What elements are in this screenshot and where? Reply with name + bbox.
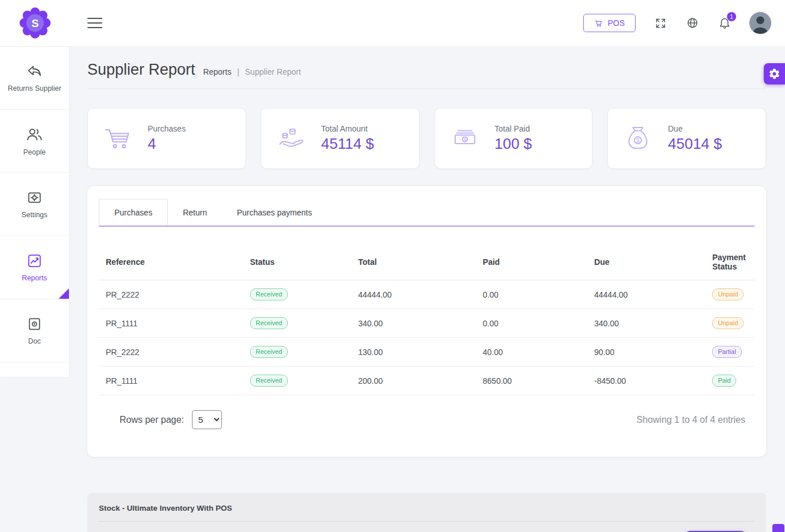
table-row: PR_2222 Received 130.00 40.00 90.00 Part… [99,338,755,367]
tab-purchases-payments[interactable]: Purchases payments [222,199,327,226]
cell-reference: PR_2222 [99,280,243,309]
sidebar-item-label: Returns Supplier [5,84,63,93]
column-header-paid: Paid [476,247,587,280]
status-badge: Received [250,346,288,358]
sidebar-item-doc[interactable]: Doc [0,299,69,363]
payment-status-badge: Paid [712,375,736,387]
pos-button[interactable]: POS [583,14,636,32]
cell-paid: 40.00 [476,338,587,367]
user-avatar[interactable] [749,12,771,34]
sidebar-item-returns-supplier[interactable]: Returns Supplier [0,47,69,110]
svg-text:$: $ [463,137,466,142]
doc-icon [26,316,43,332]
scroll-top-button[interactable] [772,524,784,532]
cell-paid: 0.00 [476,309,587,338]
sidebar-item-people[interactable]: People [0,110,69,173]
breadcrumb-section[interactable]: Reports [203,67,232,76]
payment-status-badge: Unpaid [712,288,744,300]
tab-return[interactable]: Return [168,199,222,226]
logo-flower-icon: S [20,7,51,38]
cell-paid: 0.00 [476,280,587,309]
settings-box-icon [26,190,43,206]
menu-toggle-button[interactable] [87,18,102,28]
tab-purchases[interactable]: Purchases [99,199,168,226]
cell-total: 200.00 [351,367,476,395]
table-row: PR_2222 Received 44444.00 0.00 44444.00 … [99,280,755,309]
status-badge: Received [250,317,288,329]
stat-value: 45014 $ [668,135,722,153]
money-bag-icon: $ [608,122,668,155]
cell-reference: PR_1111 [99,309,243,338]
table-header-row: Reference Status Total Paid Due Payment … [99,247,755,280]
cell-total: 130.00 [351,338,476,367]
stat-card-purchases: Purchases 4 [87,108,246,169]
notifications-button[interactable]: 1 [717,16,732,30]
notification-badge: 1 [727,12,736,21]
column-header-payment-status: Payment Status [705,247,755,280]
sidebar-item-label: People [21,148,48,157]
avatar-image [749,12,771,34]
page-header: Supplier Report Reports | Supplier Repor… [87,61,766,79]
cart-icon [88,122,148,155]
return-arrow-icon [26,63,43,79]
cell-due: 44444.00 [587,280,705,309]
cell-reference: PR_1111 [99,367,243,395]
expand-arrows-icon [655,17,667,29]
tab-bar: Purchases Return Purchases payments [99,199,755,226]
fullscreen-button[interactable] [653,16,668,30]
pos-button-label: POS [607,18,625,28]
gear-icon [768,68,780,80]
pos-cart-icon [594,19,603,28]
cell-paid: 8650.00 [476,367,587,395]
column-header-reference: Reference [99,247,243,280]
sidebar-item-settings[interactable]: Settings [0,173,69,236]
sidebar-item-label: Reports [20,274,49,283]
stat-label: Total Amount [321,124,374,133]
sidebar-item-reports[interactable]: Reports [0,236,69,299]
stat-card-due: $ Due 45014 $ [607,108,766,169]
table-row: PR_1111 Received 340.00 0.00 340.00 Unpa… [99,309,755,338]
cell-total: 44444.00 [351,280,476,309]
breadcrumb-separator: | [237,67,240,76]
cell-due: 340.00 [587,309,705,338]
banknotes-icon: $ [435,122,495,155]
theme-settings-button[interactable] [764,63,785,84]
stat-label: Total Paid [495,124,532,133]
pagination-bar: Rows per page: 5 Showing 1 to 4 of 4 ent… [99,410,755,429]
footer-copyright: © 2021 Stocky [131,530,191,532]
supplier-report-table: Reference Status Total Paid Due Payment … [99,247,755,395]
svg-text:S: S [32,17,39,29]
status-badge: Received [250,288,288,300]
page-title: Supplier Report [87,61,195,79]
svg-text:$: $ [636,137,640,144]
cell-reference: PR_2222 [99,338,243,367]
footer-title: Stock - Ultimate Inventory With POS [99,504,755,512]
top-header: S POS [0,0,785,46]
globe-icon [686,17,699,29]
breadcrumb: Reports | Supplier Report [203,67,301,76]
column-header-status: Status [243,247,351,280]
stat-value: 100 $ [495,135,532,153]
active-corner-marker [59,288,69,299]
sidebar: Returns Supplier People Settings [0,46,69,377]
header-actions: POS 1 [583,0,771,46]
sidebar-item-label: Doc [26,337,43,346]
rows-per-page-select[interactable]: 5 [192,410,222,429]
report-card: Purchases Return Purchases payments Refe… [87,186,766,457]
title-divider [87,88,766,89]
stat-value: 45114 $ [321,135,374,153]
table-row: PR_1111 Received 200.00 8650.00 -8450.00… [99,367,755,395]
app-logo[interactable]: S [20,7,51,38]
cell-total: 340.00 [351,309,476,338]
column-header-total: Total [351,247,476,280]
footer: Stock - Ultimate Inventory With POS © 20… [87,493,766,532]
hand-coins-icon [261,122,321,155]
cell-due: 90.00 [587,338,705,367]
stat-label: Due [668,124,722,133]
language-button[interactable] [685,16,700,30]
payment-status-badge: Unpaid [712,317,744,329]
app-root: S POS [0,0,785,532]
breadcrumb-current: Supplier Report [245,67,301,76]
stats-row: Purchases 4 [87,108,766,169]
stat-card-total-paid: $ Total Paid 100 $ [434,108,593,169]
